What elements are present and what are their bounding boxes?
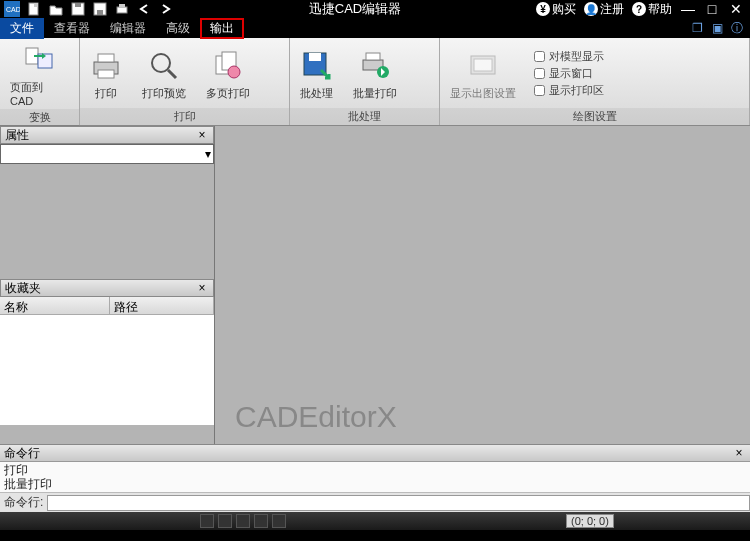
window-list-icon[interactable]: ❐ xyxy=(690,21,704,35)
commandline-header: 命令行 xyxy=(4,445,40,462)
grid-icon[interactable] xyxy=(218,514,232,528)
properties-combo[interactable]: ▾ xyxy=(0,144,214,164)
svg-rect-5 xyxy=(75,3,81,7)
svg-rect-23 xyxy=(366,53,380,60)
col-name[interactable]: 名称 xyxy=(0,297,110,314)
window-title: 迅捷CAD编辑器 xyxy=(174,0,536,18)
show-plot-settings-button[interactable]: 显示出图设置 xyxy=(440,44,526,103)
group-batch-title: 批处理 xyxy=(290,108,439,125)
printer-icon xyxy=(90,50,122,82)
favorites-columns: 名称 路径 xyxy=(0,297,214,315)
plot-settings-icon xyxy=(467,50,499,82)
commandline-close-icon[interactable]: × xyxy=(732,446,746,460)
batch-button[interactable]: 批处理 xyxy=(290,44,343,103)
favorites-list xyxy=(0,315,214,425)
register-button[interactable]: 👤注册 xyxy=(584,1,624,18)
menu-file[interactable]: 文件 xyxy=(0,18,44,39)
group-convert-title: 变换 xyxy=(0,109,79,126)
svg-rect-26 xyxy=(474,59,492,71)
chk-model-display[interactable]: 对模型显示 xyxy=(534,49,604,64)
menu-advanced[interactable]: 高级 xyxy=(156,18,200,39)
saveas-icon[interactable] xyxy=(92,1,108,17)
drawing-canvas[interactable]: CADEditorX xyxy=(215,126,750,444)
style-icon[interactable]: ▣ xyxy=(710,21,724,35)
svg-rect-3 xyxy=(34,3,38,7)
polar-icon[interactable] xyxy=(254,514,268,528)
maximize-button[interactable]: □ xyxy=(704,1,720,17)
left-panel: 属性 × ▾ 收藏夹 × 名称 路径 xyxy=(0,126,215,444)
ortho-icon[interactable] xyxy=(236,514,250,528)
batch-print-icon xyxy=(359,50,391,82)
chk-window-display[interactable]: 显示窗口 xyxy=(534,66,604,81)
undo-icon[interactable] xyxy=(136,1,152,17)
watermark: CADEditorX xyxy=(235,400,397,434)
svg-rect-13 xyxy=(98,54,114,62)
osnap-icon[interactable] xyxy=(272,514,286,528)
commandline-input[interactable] xyxy=(47,495,750,511)
menu-output[interactable]: 输出 xyxy=(200,18,244,39)
snap-icon[interactable] xyxy=(200,514,214,528)
page-to-cad-button[interactable]: 页面到 CAD xyxy=(0,38,79,109)
menu-editor[interactable]: 编辑器 xyxy=(100,18,156,39)
coordinates: (0; 0; 0) xyxy=(566,514,614,528)
chk-print-area-display[interactable]: 显示打印区 xyxy=(534,83,604,98)
help-button[interactable]: ?帮助 xyxy=(632,1,672,18)
yen-icon: ¥ xyxy=(536,2,550,16)
about-icon[interactable]: ⓘ xyxy=(730,21,744,35)
svg-point-15 xyxy=(152,54,170,72)
favorites-header: 收藏夹 × xyxy=(0,279,214,297)
print-button[interactable]: 打印 xyxy=(80,44,132,103)
batch-save-icon xyxy=(301,50,333,82)
minimize-button[interactable]: — xyxy=(680,1,696,17)
app-cad-icon: CAD xyxy=(4,1,20,17)
svg-text:CAD: CAD xyxy=(6,6,20,13)
commandline-label: 命令行: xyxy=(0,494,47,511)
open-icon[interactable] xyxy=(48,1,64,17)
print-preview-button[interactable]: 打印预览 xyxy=(132,44,196,103)
multipage-print-button[interactable]: 多页打印 xyxy=(196,44,260,103)
ribbon: 页面到 CAD 变换 打印 打印预览 多页打印 打印 批处理 xyxy=(0,38,750,126)
properties-header: 属性 × xyxy=(0,126,214,144)
page-to-cad-icon xyxy=(24,44,56,76)
batch-print-button[interactable]: 批量打印 xyxy=(343,44,407,103)
print-icon[interactable] xyxy=(114,1,130,17)
properties-close-icon[interactable]: × xyxy=(195,128,209,142)
properties-body xyxy=(0,164,214,279)
workspace: 属性 × ▾ 收藏夹 × 名称 路径 CADEditorX xyxy=(0,126,750,444)
magnifier-icon xyxy=(148,50,180,82)
group-plot-title: 绘图设置 xyxy=(440,108,749,125)
svg-rect-7 xyxy=(97,10,103,15)
title-bar: CAD 迅捷CAD编辑器 ¥购买 👤注册 ?帮助 — □ ✕ xyxy=(0,0,750,18)
svg-point-19 xyxy=(228,66,240,78)
redo-icon[interactable] xyxy=(158,1,174,17)
svg-rect-21 xyxy=(309,53,321,61)
svg-rect-14 xyxy=(98,70,114,78)
save-icon[interactable] xyxy=(70,1,86,17)
col-path[interactable]: 路径 xyxy=(110,297,214,314)
menu-viewer[interactable]: 查看器 xyxy=(44,18,100,39)
multipage-icon xyxy=(212,50,244,82)
commandline-log: 打印 批量打印 xyxy=(0,462,750,492)
user-icon: 👤 xyxy=(584,2,598,16)
svg-line-16 xyxy=(168,70,176,78)
chevron-down-icon: ▾ xyxy=(205,147,211,161)
new-icon[interactable] xyxy=(26,1,42,17)
svg-rect-9 xyxy=(119,4,125,7)
menu-bar: 文件 查看器 编辑器 高级 输出 ❐ ▣ ⓘ xyxy=(0,18,750,38)
svg-rect-8 xyxy=(117,7,127,13)
close-button[interactable]: ✕ xyxy=(728,1,744,17)
status-bar: (0; 0; 0) xyxy=(0,512,750,530)
buy-button[interactable]: ¥购买 xyxy=(536,1,576,18)
help-icon: ? xyxy=(632,2,646,16)
group-print-title: 打印 xyxy=(80,108,289,125)
favorites-close-icon[interactable]: × xyxy=(195,281,209,295)
commandline-panel: 命令行 × 打印 批量打印 命令行: xyxy=(0,444,750,512)
